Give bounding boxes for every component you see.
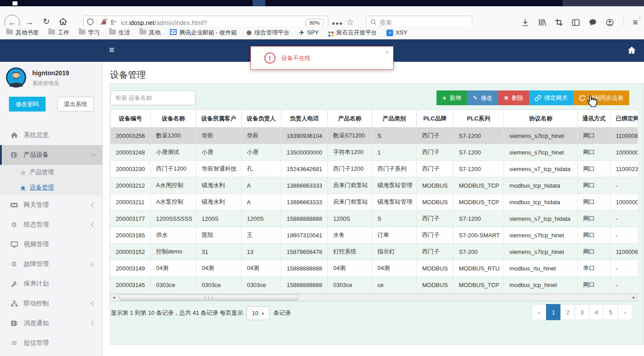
device-search-input[interactable]: [110, 90, 195, 105]
sidebar-collapse-icon[interactable]: ≡: [109, 45, 114, 55]
tmail-icon: [170, 29, 177, 36]
page-button[interactable]: 1: [546, 304, 561, 320]
forward-button[interactable]: →: [25, 18, 34, 26]
column-header[interactable]: PLC系列: [453, 110, 504, 128]
sidebar-item[interactable]: 产品设备: [0, 145, 102, 165]
column-header[interactable]: 产品类别: [372, 110, 417, 128]
table-cell: 18607310041: [281, 227, 328, 244]
sidebar-subitem[interactable]: ◎产品管理: [0, 165, 102, 180]
messages-icon[interactable]: [589, 19, 597, 26]
sidebar-subitem[interactable]: ◉设备管理: [0, 180, 102, 195]
bookmark-item[interactable]: ⊕综合管理平台: [246, 29, 290, 37]
sidebar-item[interactable]: 联动控制: [0, 294, 102, 313]
page-button[interactable]: 4: [589, 304, 604, 320]
action-button[interactable]: 绑定网关: [529, 90, 573, 105]
plus-icon: +: [442, 94, 446, 101]
globe-icon: ⊕: [246, 29, 252, 37]
app-home-icon[interactable]: [627, 46, 636, 56]
column-header[interactable]: 设备名称: [151, 110, 196, 128]
action-button[interactable]: ✎修改: [467, 90, 498, 105]
table-row[interactable]: 2000031450303ce0303ce0303ce1588888888803…: [110, 277, 638, 293]
screenshot-icon[interactable]: [555, 19, 563, 26]
page-button[interactable]: 2: [560, 304, 575, 320]
scroll-right-arrow-icon[interactable]: ►: [630, 294, 637, 301]
bookmark-item[interactable]: 腾讯企业邮箱 - 收件箱: [170, 29, 237, 37]
column-header[interactable]: 设备负责人: [242, 110, 281, 128]
scroll-left-arrow-icon[interactable]: ◄: [110, 294, 118, 301]
page-button[interactable]: 3: [575, 304, 589, 320]
table-cell: 庶来门前泵站: [328, 194, 372, 210]
table-row[interactable]: 200003256数采1200华辰华辰18390936104数采S71200S西…: [110, 128, 638, 144]
page-size-select[interactable]: 10▲: [246, 306, 270, 320]
permissions-icon[interactable]: [110, 19, 117, 27]
sidebar-toggle-icon[interactable]: [572, 19, 580, 26]
bookmark-label: 其他书签: [16, 29, 39, 37]
bookmark-item[interactable]: 生活: [109, 29, 130, 37]
downloads-icon[interactable]: [521, 19, 529, 26]
sidebar-subitem-label: 产品管理: [30, 168, 54, 176]
bookmark-label: 工作: [58, 29, 69, 37]
page-button[interactable]: 5: [603, 304, 618, 320]
action-button[interactable]: 强制同步点表: [573, 90, 629, 105]
table-row[interactable]: 200003212A水闸控制镇海水利A13886663333庶来门前泵站镇海泵站…: [110, 177, 638, 194]
account-icon[interactable]: [606, 19, 614, 26]
sidebar-item[interactable]: 消息通知: [0, 313, 102, 333]
column-header[interactable]: 协议名称: [504, 110, 578, 128]
table-row[interactable]: 200003211A水泵控制镇海水利A13886663333庶来门前泵站镇海泵站…: [110, 194, 638, 210]
table-row[interactable]: 200003152控制demo311315878656478灯控系统指示灯西门子…: [110, 244, 638, 260]
table-cell: 15888888888: [281, 210, 328, 227]
change-password-button[interactable]: 修改密码: [9, 97, 46, 112]
column-header[interactable]: 负责人电话: [281, 110, 328, 128]
horizontal-scrollbar[interactable]: ◄ ❘❘❘ ►: [110, 294, 638, 301]
table-cell: 串口: [578, 260, 610, 277]
column-header[interactable]: 已绑定网关: [610, 110, 638, 128]
bookmark-item[interactable]: 萤石云开放平台: [328, 28, 377, 37]
scrollbar-thumb[interactable]: ❘❘❘: [119, 295, 298, 300]
home-button[interactable]: [59, 17, 67, 27]
bookmark-item[interactable]: 学习: [79, 29, 100, 37]
table-cell: 供水: [151, 227, 196, 244]
action-bar: +新增✎修改✖删除绑定网关强制同步点表: [436, 90, 629, 105]
sidebar-item[interactable]: 保养计划: [0, 274, 102, 294]
table-cell: 字符串1200: [328, 144, 372, 161]
page-actions-icon[interactable]: ●●●: [332, 20, 343, 26]
bookmark-item[interactable]: ↗XSY: [386, 29, 407, 36]
home-icon: [10, 132, 18, 138]
reload-button[interactable]: ↻: [43, 17, 50, 26]
sidebar-item[interactable]: ⚙故障管理: [0, 254, 102, 274]
table-row[interactable]: 20000314904测04测04测1588888888804测04测MODBU…: [110, 260, 638, 277]
action-button[interactable]: +新增: [436, 90, 467, 105]
sidebar-item-label: 故障管理: [24, 260, 49, 268]
table-row[interactable]: 2000031771200SSSSSS1200S1200S15888888888…: [110, 210, 638, 227]
action-button[interactable]: ✖删除: [498, 90, 529, 105]
table-cell: 200003211: [110, 194, 151, 210]
sidebar-item[interactable]: 系统总览: [0, 125, 102, 145]
column-header[interactable]: 设备所属客户: [196, 110, 242, 128]
column-header[interactable]: PLC品牌: [417, 110, 453, 128]
page-button[interactable]: ›: [618, 304, 632, 320]
column-header[interactable]: 产品名称: [328, 110, 372, 128]
table-row[interactable]: 200003230西门子1200华辰智通科技孔15243642681西门子120…: [110, 161, 638, 177]
bookmark-item[interactable]: 工作: [48, 29, 69, 37]
avatar[interactable]: [6, 67, 26, 88]
alert-close-icon[interactable]: ×: [385, 48, 389, 56]
column-header[interactable]: 设备编号: [110, 110, 151, 128]
table-cell: -: [610, 227, 638, 244]
sidebar-item[interactable]: 网关管理: [0, 195, 102, 215]
bookmark-item[interactable]: 其他书签: [6, 29, 39, 37]
table-row[interactable]: 200003248小唐测试小唐小唐13500000000字符串12001西门子S…: [110, 144, 638, 161]
table-cell: modbus_tcp_hidata: [504, 177, 578, 194]
logout-button[interactable]: 退出系统: [57, 97, 94, 112]
table-row[interactable]: 200003165供水医院王18607310041水务订单西门子S7-200-S…: [110, 227, 638, 244]
sidebar-item[interactable]: 视频管理: [0, 235, 102, 254]
bookmark-item[interactable]: 其他: [140, 29, 161, 37]
page-button[interactable]: ‹: [532, 304, 547, 320]
column-header[interactable]: 通讯方式: [578, 110, 610, 128]
bookmark-item[interactable]: ✈SPY: [299, 29, 319, 37]
table-cell: S7-1200: [453, 210, 504, 227]
library-icon[interactable]: [538, 19, 546, 26]
sidebar-item[interactable]: ✉短信管理: [0, 333, 102, 353]
x-icon: ✖: [504, 95, 508, 101]
zoom-level-badge[interactable]: 80%: [305, 19, 324, 27]
sidebar-item[interactable]: ⚙组态管理: [0, 215, 102, 235]
